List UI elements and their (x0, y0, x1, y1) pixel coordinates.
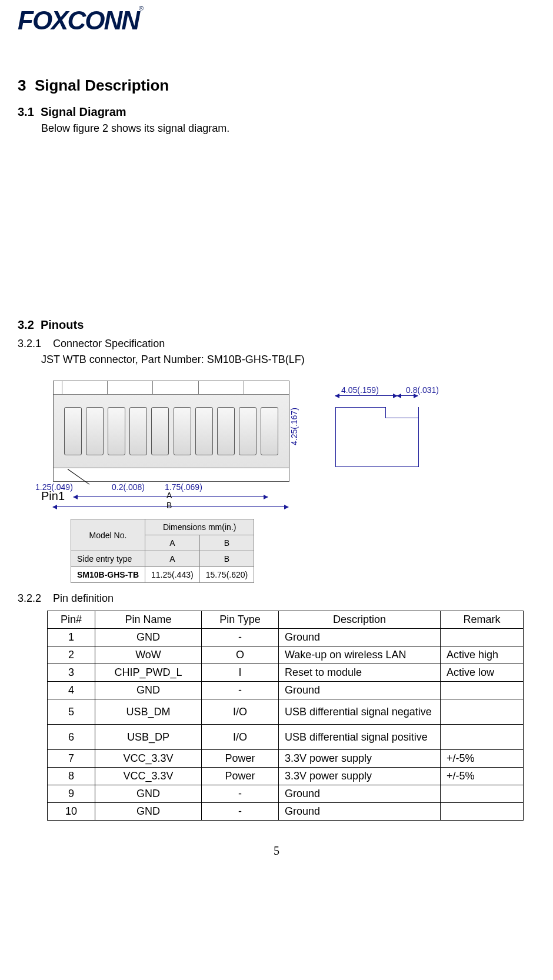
cell-pin-num: 1 (48, 629, 95, 646)
cell-pin-name: VCC_3.3V (95, 768, 202, 785)
cell-pin-name: USB_DM (95, 699, 202, 725)
cell-description: Reset to module (279, 664, 441, 682)
dim-0-2: 0.2(.008) (112, 482, 145, 492)
logo-registered: ® (139, 5, 142, 12)
connector-top-rail (54, 381, 289, 395)
page: FOXCONN® 3 Signal Description 3.1 Signal… (0, 0, 553, 875)
subsection-3-2-2-heading: 3.2.2 Pin definition (18, 592, 535, 605)
cell-remark: +/-5% (441, 750, 524, 768)
cell-pin-name: GND (95, 785, 202, 803)
connector-pins-row (54, 395, 289, 468)
cell-remark: +/-5% (441, 768, 524, 785)
side-notch (385, 407, 419, 418)
table-row: 10GND-Ground (48, 803, 524, 821)
col-description: Description (279, 611, 441, 629)
cell-pin-type: - (202, 785, 279, 803)
dim-0-8: 0.8(.031) (406, 385, 439, 395)
connector-pin (129, 407, 147, 455)
cell-pin-num: 9 (48, 785, 95, 803)
cell-remark (441, 682, 524, 699)
col-pin-type: Pin Type (202, 611, 279, 629)
figure-2-placeholder (18, 135, 535, 311)
dimtbl-col-a: A (145, 535, 200, 551)
cell-description: 3.3V power supply (279, 750, 441, 768)
cell-remark (441, 699, 524, 725)
subsection-3-2-heading: 3.2 Pinouts (18, 318, 535, 332)
col-remark: Remark (441, 611, 524, 629)
cell-pin-name: GND (95, 803, 202, 821)
cell-pin-type: I/O (202, 725, 279, 750)
section-title: Signal Description (35, 76, 169, 94)
subtitle: Signal Diagram (41, 105, 126, 118)
subtitle: Pinouts (41, 318, 84, 331)
cell-pin-num: 6 (48, 725, 95, 750)
cell-description: 3.3V power supply (279, 768, 441, 785)
dim-height: 4.25(.167) (289, 408, 299, 445)
table-row: 8VCC_3.3VPower3.3V power supply+/-5% (48, 768, 524, 785)
cell-pin-type: Power (202, 750, 279, 768)
cell-remark (441, 803, 524, 821)
connector-pin (261, 407, 278, 455)
cell-pin-type: Power (202, 768, 279, 785)
dimtbl-a2: A (145, 551, 200, 567)
brand-logo: FOXCONN® (18, 6, 142, 35)
cell-remark (441, 785, 524, 803)
dimtbl-model: SM10B-GHS-TB (71, 567, 145, 583)
dimtbl-vb: 15.75(.620) (199, 567, 254, 583)
connector-pin (151, 407, 169, 455)
cell-description: Ground (279, 803, 441, 821)
cell-remark (441, 725, 524, 750)
table-row: 4GND-Ground (48, 682, 524, 699)
subsection-3-1-heading: 3.1 Signal Diagram (18, 105, 535, 119)
cell-description: USB differential signal negative (279, 699, 441, 725)
cell-pin-name: USB_DP (95, 725, 202, 750)
cell-remark (441, 629, 524, 646)
cell-remark: Active high (441, 646, 524, 664)
cell-pin-type: I (202, 664, 279, 682)
connector-pin (239, 407, 256, 455)
cell-pin-num: 8 (48, 768, 95, 785)
section-number: 3 (18, 76, 26, 94)
cell-pin-name: WoW (95, 646, 202, 664)
col-pin-name: Pin Name (95, 611, 202, 629)
cell-description: USB differential signal positive (279, 725, 441, 750)
cell-pin-name: CHIP_PWD_L (95, 664, 202, 682)
dim-a-label: A (166, 491, 172, 500)
connector-front-view (53, 381, 289, 482)
cell-pin-type: - (202, 629, 279, 646)
dimtbl-h1: Model No. (71, 519, 145, 551)
cell-pin-num: 7 (48, 750, 95, 768)
cell-pin-name: VCC_3.3V (95, 750, 202, 768)
table-header-row: Pin# Pin Name Pin Type Description Remar… (48, 611, 524, 629)
table-row: 5USB_DMI/OUSB differential signal negati… (48, 699, 524, 725)
cell-description: Wake-up on wireless LAN (279, 646, 441, 664)
cell-pin-type: - (202, 803, 279, 821)
dimtbl-col-b: B (199, 535, 254, 551)
connector-diagram: 1.25(.049) 0.2(.008) 1.75(.069) A B 4.25… (41, 375, 465, 575)
dim-line-08 (397, 395, 418, 396)
table-row: 2WoWOWake-up on wireless LANActive high (48, 646, 524, 664)
cell-pin-name: GND (95, 682, 202, 699)
dim-b-label: B (166, 501, 172, 510)
connector-pin (195, 407, 213, 455)
subtitle: Pin definition (53, 592, 114, 604)
table-row: 9GND-Ground (48, 785, 524, 803)
connector-pin (108, 407, 125, 455)
table-row: 3CHIP_PWD_LIReset to moduleActive low (48, 664, 524, 682)
section-heading: 3 Signal Description (18, 76, 535, 95)
connector-pin (64, 407, 82, 455)
table-row: 6USB_DPI/OUSB differential signal positi… (48, 725, 524, 750)
connector-pin (217, 407, 235, 455)
connector-spec-text: JST WTB connector, Part Number: SM10B-GH… (41, 354, 535, 366)
dimensions-table: Model No. Dimensions mm(in.) A B Side en… (71, 519, 254, 583)
page-number: 5 (18, 844, 535, 858)
cell-pin-type: - (202, 682, 279, 699)
subtitle: Connector Specification (53, 338, 165, 349)
subnum: 3.2.1 (18, 338, 41, 349)
subnum: 3.2 (18, 318, 34, 331)
connector-pin (86, 407, 104, 455)
connector-bottom-rail (54, 468, 289, 481)
cell-pin-num: 2 (48, 646, 95, 664)
dimtbl-b2: B (199, 551, 254, 567)
logo-text: FOXCONN (18, 6, 139, 35)
